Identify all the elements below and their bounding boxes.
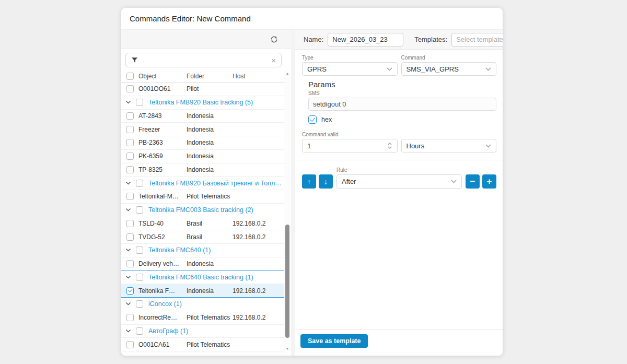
group-row[interactable]: АвтоГраф (1) xyxy=(121,325,285,338)
object-folder: Indonesia xyxy=(187,260,233,267)
command-select[interactable]: SMS_VIA_GPRS xyxy=(401,62,497,76)
scroll-down-icon[interactable]: ▼ xyxy=(286,346,289,351)
save-as-template-button[interactable]: Save as template xyxy=(300,334,368,348)
dialog-title: Commands Editor: New Command xyxy=(130,14,251,23)
object-folder: Brasil xyxy=(187,233,233,241)
group-checkbox[interactable] xyxy=(136,327,143,335)
templates-select[interactable] xyxy=(451,33,503,46)
rule-select[interactable]: After xyxy=(336,174,462,189)
group-label[interactable]: Teltonika FMC640 (1) xyxy=(148,246,211,254)
column-header-folder[interactable]: Folder xyxy=(187,73,233,80)
group-checkbox[interactable] xyxy=(136,99,143,106)
row-checkbox[interactable] xyxy=(126,314,134,321)
group-label[interactable]: iConcox (1) xyxy=(148,300,182,308)
chevron-down-icon[interactable] xyxy=(125,302,132,306)
object-name: TVDG-52 xyxy=(138,233,180,241)
object-row[interactable]: O001OO61Pilot xyxy=(121,83,285,96)
list-scrollbar[interactable]: ▲ ▼ xyxy=(284,71,291,351)
column-header-host[interactable]: Host xyxy=(233,73,285,80)
sms-param-input[interactable] xyxy=(308,98,496,111)
object-row[interactable]: TSLD-40Brasil192.168.0.2 xyxy=(121,217,285,231)
row-checkbox[interactable] xyxy=(126,152,134,160)
refresh-button[interactable] xyxy=(270,36,278,43)
row-checkbox[interactable] xyxy=(126,85,134,92)
scroll-up-icon[interactable]: ▲ xyxy=(286,71,289,76)
filter-text-input[interactable] xyxy=(142,56,267,64)
object-row[interactable]: TP-8325Indonesia xyxy=(121,163,285,177)
object-name: Delivery vehicle xyxy=(138,260,180,267)
object-row[interactable]: TeltonikaFMB920...Pilot Telematics xyxy=(121,190,285,204)
row-checkbox[interactable] xyxy=(126,139,134,146)
scrollbar-track[interactable] xyxy=(284,76,291,346)
group-checkbox[interactable] xyxy=(136,274,143,281)
group-label[interactable]: АвтоГраф (1) xyxy=(148,327,188,335)
chevron-down-icon[interactable] xyxy=(125,100,132,104)
object-folder: Indonesia xyxy=(187,112,233,120)
dialog-title-bar: Commands Editor: New Command xyxy=(121,8,503,30)
column-header-object[interactable]: Object xyxy=(138,73,180,80)
object-row[interactable]: Delivery vehicleIndonesia xyxy=(121,257,285,271)
type-select[interactable]: GPRS xyxy=(302,62,398,76)
add-rule-button[interactable]: + xyxy=(482,174,496,189)
object-folder: Pilot Telematics xyxy=(187,193,233,200)
remove-rule-button[interactable]: − xyxy=(466,174,480,189)
row-checkbox[interactable] xyxy=(126,112,134,120)
dialog-body: × Object Folder Host O001OO61PilotTelton… xyxy=(121,30,503,356)
object-row[interactable]: FreezerIndonesia xyxy=(121,123,285,136)
chevron-down-icon[interactable] xyxy=(125,248,132,252)
group-label[interactable]: Teltonika FMC640 Basic tracking (1) xyxy=(148,274,253,281)
command-form: Type GPRS Command SMS_VIA_GPRS xyxy=(295,50,503,329)
row-checkbox[interactable] xyxy=(126,287,134,295)
chevron-down-icon[interactable] xyxy=(125,329,132,333)
group-checkbox[interactable] xyxy=(136,300,143,308)
group-row[interactable]: Teltonika FMB920 Basic tracking (5) xyxy=(121,96,285,110)
chevron-down-icon xyxy=(485,67,491,71)
group-row[interactable]: Teltonika FMC640 Basic tracking (1) xyxy=(121,271,285,285)
form-footer: Save as template xyxy=(295,329,503,356)
object-row[interactable]: PB-2363Indonesia xyxy=(121,136,285,150)
row-checkbox[interactable] xyxy=(126,126,134,133)
object-folder: Pilot Telematics xyxy=(187,341,233,348)
group-row[interactable]: Teltonika FMC640 (1) xyxy=(121,244,285,257)
group-row[interactable]: Teltonika FMC003 Basic tracking (2) xyxy=(121,204,285,217)
move-up-button[interactable]: ↑ xyxy=(302,174,316,189)
group-label[interactable]: Teltonika FMB920 Basic tracking (5) xyxy=(148,99,253,106)
panel-divider xyxy=(291,30,295,356)
command-name-input[interactable] xyxy=(328,33,403,46)
object-row[interactable]: AT-2843Indonesia xyxy=(121,110,285,123)
select-all-checkbox[interactable] xyxy=(126,73,134,80)
command-valid-input[interactable]: 1 xyxy=(302,139,398,152)
row-checkbox[interactable] xyxy=(126,233,134,241)
object-folder: Indonesia xyxy=(187,139,233,146)
filter-input[interactable]: × xyxy=(125,53,282,67)
row-checkbox[interactable] xyxy=(126,193,134,200)
spinner-up-down-icon[interactable] xyxy=(387,142,392,149)
group-row[interactable]: iConcox (1) xyxy=(121,298,285,311)
hex-checkbox[interactable] xyxy=(308,115,317,124)
chevron-down-icon[interactable] xyxy=(125,181,132,185)
objects-list: O001OO61PilotTeltonika FMB920 Basic trac… xyxy=(121,83,291,356)
group-label[interactable]: Teltonika FMC003 Basic tracking (2) xyxy=(148,206,253,214)
object-row[interactable]: PK-6359Indonesia xyxy=(121,150,285,163)
object-row[interactable]: Teltonika FMC640Indonesia192.168.0.2 xyxy=(121,284,285,298)
command-valid-unit-select[interactable]: Hours xyxy=(401,139,497,152)
group-label[interactable]: Teltonika FMB920 Базовый трекинг и Топли… xyxy=(148,180,285,187)
group-checkbox[interactable] xyxy=(136,206,143,214)
row-checkbox[interactable] xyxy=(126,260,134,267)
object-row[interactable]: TVDG-52Brasil192.168.0.2 xyxy=(121,230,285,244)
row-checkbox[interactable] xyxy=(126,220,134,227)
clear-filter-icon[interactable]: × xyxy=(271,56,276,64)
group-checkbox[interactable] xyxy=(136,246,143,254)
scrollbar-thumb[interactable] xyxy=(285,225,289,338)
row-checkbox[interactable] xyxy=(126,341,134,348)
move-down-button[interactable]: ↓ xyxy=(319,174,333,189)
group-row[interactable]: Teltonika FMB920 Базовый трекинг и Топли… xyxy=(121,177,285,190)
object-name: TSLD-40 xyxy=(138,220,180,227)
chevron-down-icon[interactable] xyxy=(125,208,132,212)
chevron-down-icon[interactable] xyxy=(125,275,132,279)
objects-table-header: Object Folder Host xyxy=(121,70,285,83)
object-row[interactable]: IncorrectRespons...Pilot Telematics192.1… xyxy=(121,311,285,325)
row-checkbox[interactable] xyxy=(126,166,134,173)
group-checkbox[interactable] xyxy=(136,180,143,187)
object-row[interactable]: O001CA61Pilot Telematics xyxy=(121,338,285,351)
